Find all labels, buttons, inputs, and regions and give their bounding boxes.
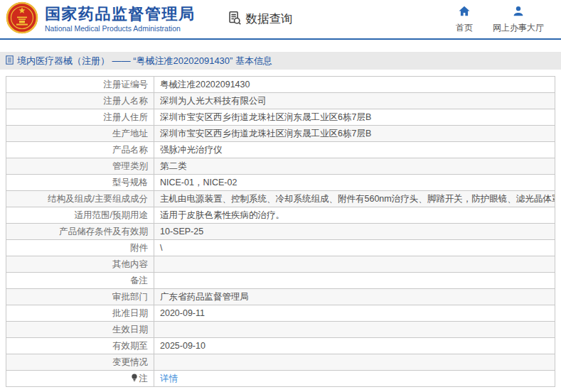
org-name-cn: 国家药品监督管理局 xyxy=(45,6,196,23)
row-label: 备注 xyxy=(6,273,154,289)
row-label: 批准日期 xyxy=(6,305,154,322)
detail-link[interactable]: 详情 xyxy=(160,374,178,383)
table-row: 注册人名称深圳为人光大科技有限公司 xyxy=(6,93,555,109)
table-row: 变更情况 xyxy=(6,354,555,371)
table-row: 型号规格NICE-01，NICE-02 xyxy=(6,175,555,191)
row-label: 注册证编号 xyxy=(6,77,154,93)
table-row: 产品名称强脉冲光治疗仪 xyxy=(6,142,555,158)
row-label: 生产地址 xyxy=(6,126,154,142)
row-value: 2025-09-10 xyxy=(154,338,555,354)
row-value: 主机由电源装置、控制系统、冷却系统组成、附件有560nm治疗头、脚踏开关，防护眼… xyxy=(154,191,555,207)
row-value: 详情 xyxy=(154,371,555,387)
row-value: 粤械注准20202091430 xyxy=(154,77,555,93)
nav-home-label: 首页 xyxy=(456,22,473,34)
row-value: 第二类 xyxy=(154,158,555,175)
document-search-icon xyxy=(227,10,242,28)
header-quick-links: 首页 网上办事大厅 xyxy=(456,5,551,34)
row-label: 适用范围/预期用途 xyxy=(6,207,154,224)
row-value: 2020-09-11 xyxy=(154,305,555,322)
table-row: 审批部门广东省药品监督管理局 xyxy=(6,289,555,305)
row-value: 深圳市宝安区西乡街道龙珠社区润东晟工业区6栋7层B xyxy=(154,126,555,142)
row-label: 产品储存条件及有效期 xyxy=(6,224,154,240)
table-row: 产品储存条件及有效期10-SEP-25 xyxy=(6,224,555,240)
row-value xyxy=(154,354,555,371)
table-row: 备注 xyxy=(6,273,555,289)
row-label: 审批部门 xyxy=(6,289,154,305)
row-value: 强脉冲光治疗仪 xyxy=(154,142,555,158)
nav-data-query[interactable]: 数据查询 xyxy=(227,10,293,28)
row-label: 有效期至 xyxy=(6,338,154,354)
table-row: 生效日期 xyxy=(6,322,555,338)
row-value: 深圳市宝安区西乡街道龙珠社区润东晟工业区6栋7层B xyxy=(154,109,555,126)
table-row: 生产地址深圳市宝安区西乡街道龙珠社区润东晟工业区6栋7层B xyxy=(6,126,555,142)
table-row: 附件\ xyxy=(6,240,555,256)
table-row: 管理类别第二类 xyxy=(6,158,555,175)
org-name-en: National Medical Products Administration xyxy=(45,25,196,33)
row-label: 注册人名称 xyxy=(6,93,154,109)
row-label: 附件 xyxy=(6,240,154,256)
row-label: 注册人住所 xyxy=(6,109,154,126)
table-row: 其他内容 xyxy=(6,256,555,273)
row-value: 10-SEP-25 xyxy=(154,224,555,240)
registration-info: 注册证编号粤械注准20202091430注册人名称深圳为人光大科技有限公司注册人… xyxy=(6,76,555,387)
row-label: 变更情况 xyxy=(6,354,154,371)
site-header: 国家药品监督管理局 National Medical Products Admi… xyxy=(0,0,561,40)
row-value: 适用于皮肤色素性疾病的治疗。 xyxy=(154,207,555,224)
row-value: \ xyxy=(154,240,555,256)
breadcrumb: 境内医疗器械（注册） —— “粤械注准20202091430” 基本信息 xyxy=(0,52,561,70)
table-row: 批准日期2020-09-11 xyxy=(6,305,555,322)
registration-info-body: 注册证编号粤械注准20202091430注册人名称深圳为人光大科技有限公司注册人… xyxy=(6,77,555,387)
row-label: 产品名称 xyxy=(6,142,154,158)
note-icon xyxy=(131,374,138,384)
row-label: 注 xyxy=(6,371,154,387)
breadcrumb-text: 境内医疗器械（注册） —— “粤械注准20202091430” 基本信息 xyxy=(17,55,272,67)
nav-service-hall-label: 网上办事大厅 xyxy=(493,22,544,34)
nav-service-hall[interactable]: 网上办事大厅 xyxy=(493,5,544,34)
nav-home[interactable]: 首页 xyxy=(456,5,473,34)
user-icon xyxy=(512,5,525,19)
row-label: 其他内容 xyxy=(6,256,154,273)
national-emblem-icon xyxy=(6,1,38,37)
row-value: 广东省药品监督管理局 xyxy=(154,289,555,305)
row-label: 管理类别 xyxy=(6,158,154,175)
table-row: 注册证编号粤械注准20202091430 xyxy=(6,77,555,93)
document-icon xyxy=(6,55,14,67)
nav-data-query-label: 数据查询 xyxy=(246,11,293,27)
row-value xyxy=(154,273,555,289)
table-row: 结构及组成/主要组成成分主机由电源装置、控制系统、冷却系统组成、附件有560nm… xyxy=(6,191,555,207)
row-label: 结构及组成/主要组成成分 xyxy=(6,191,154,207)
row-value: 深圳为人光大科技有限公司 xyxy=(154,93,555,109)
row-value xyxy=(154,256,555,273)
table-row: 注册人住所深圳市宝安区西乡街道龙珠社区润东晟工业区6栋7层B xyxy=(6,109,555,126)
table-row: 注详情 xyxy=(6,371,555,387)
row-label: 型号规格 xyxy=(6,175,154,191)
row-value xyxy=(154,322,555,338)
home-icon xyxy=(458,5,471,19)
table-row: 有效期至2025-09-10 xyxy=(6,338,555,354)
table-row: 适用范围/预期用途适用于皮肤色素性疾病的治疗。 xyxy=(6,207,555,224)
row-value: NICE-01，NICE-02 xyxy=(154,175,555,191)
site-title: 国家药品监督管理局 National Medical Products Admi… xyxy=(45,6,196,33)
site-logo[interactable]: 国家药品监督管理局 National Medical Products Admi… xyxy=(6,1,196,37)
registration-info-table: 注册证编号粤械注准20202091430注册人名称深圳为人光大科技有限公司注册人… xyxy=(6,76,555,387)
row-label: 生效日期 xyxy=(6,322,154,338)
